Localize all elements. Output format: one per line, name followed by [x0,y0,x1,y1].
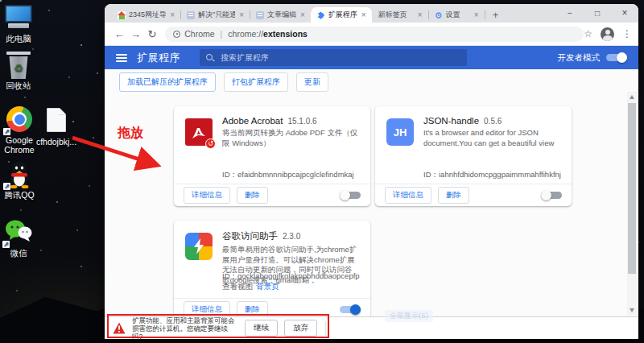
tab-close-icon[interactable]: × [238,11,245,19]
developer-mode-control: 开发者模式 [558,52,628,64]
tab-extensions[interactable]: 扩展程序 × [311,7,372,23]
load-unpacked-button[interactable]: 加载已解压的扩展程序 [119,72,216,92]
extension-name: JSON-handle [423,116,479,126]
tab-close-icon[interactable]: × [299,11,306,19]
qq-icon: ↗ [5,161,34,188]
window-controls: − □ × [556,4,638,23]
url-scheme: chrome://extensions [228,29,308,39]
extension-card-json-handle: JH JSON-handle 0.5.6 It's a browser and … [375,106,572,206]
tab-close-icon[interactable]: × [417,11,423,19]
this-pc-icon [4,5,33,32]
extension-name: 谷歌访问助手 [222,230,278,242]
minimize-button[interactable]: − [556,4,584,23]
chrome-window: 2345网址导 × 解决"只能通 × 文章编辑 × 扩展程序 × 新标签页 × … [105,4,638,339]
tab-settings[interactable]: ⚙ 设置 × [428,7,485,23]
shortcut-arrow-icon: ↗ [3,128,10,135]
profile-avatar-icon[interactable] [601,27,614,41]
extension-views-row: 查看视图背景页 [222,282,279,292]
shortcut-arrow-icon: ↗ [2,241,10,248]
url-host: extensions [263,29,308,39]
puzzle-favicon [317,11,325,19]
page-scrollbar[interactable] [627,92,637,316]
maximize-button[interactable]: □ [584,4,611,23]
tab-2345[interactable]: 2345网址导 × [111,7,180,23]
tab-close-icon[interactable]: × [361,11,367,19]
chrome-icon: ↗ [5,106,34,134]
doc-favicon [256,11,264,19]
tab-close-icon[interactable]: × [473,11,480,19]
bookmark-star-icon[interactable]: ☆ [584,28,592,39]
annotation-drag-label: 拖放 [118,125,143,142]
background-page-link[interactable]: 背景页 [256,282,279,291]
tab-strip: 2345网址导 × 解决"只能通 × 文章编辑 × 扩展程序 × 新标签页 × … [105,4,638,23]
address-bar[interactable]: Chrome | chrome://extensions [165,27,584,42]
extension-version: 0.5.6 [484,117,502,126]
card-footer: 详细信息 删除 [174,184,370,206]
scroll-up-icon[interactable] [630,95,634,99]
developer-buttons-row: 加载已解压的扩展程序 打包扩展程序 更新 [119,72,328,92]
stars-decoration [0,0,2,2]
tab-jiejue[interactable]: 解决"只能通 × [180,7,250,23]
search-icon [206,54,213,61]
remove-button[interactable]: 删除 [438,187,469,204]
details-button[interactable]: 详细信息 [385,187,431,204]
remove-button[interactable]: 删除 [237,187,268,204]
reload-icon[interactable]: ↻ [144,28,160,40]
desktop-icon-label: cfhdojbkj... [33,137,80,147]
desktop-icon-recycle-bin[interactable]: ♻ 回收站 [0,52,42,92]
forward-icon[interactable]: → [127,28,143,40]
tab-editor[interactable]: 文章编辑 × [250,7,311,23]
enable-toggle[interactable] [340,190,361,200]
adobe-acrobat-icon: ↺ [185,118,213,146]
desktop-icon-tencent-qq[interactable]: ↗ 腾讯QQ [0,161,43,201]
annotation-red-rectangle [107,314,329,338]
extensions-content: 加载已解压的扩展程序 打包扩展程序 更新 ↺ Adobe Acrobat 15.… [105,69,638,316]
pack-extension-button[interactable]: 打包扩展程序 [224,72,288,92]
desktop-icon-label: 微信 [0,248,42,259]
developer-mode-toggle[interactable] [606,52,627,63]
wechat-icon: ↗ [4,219,33,246]
extension-description: 将当前网页转换为 Adobe PDF 文件（仅限 Windows） [222,128,359,148]
url-separator: | [219,29,225,39]
page-info-icon[interactable] [173,31,180,38]
2345-favicon [118,11,126,19]
scroll-down-icon[interactable] [630,308,634,312]
show-all-downloads-button[interactable]: 全部显示(S) [385,310,433,322]
url-chip: Chrome [184,29,214,39]
desktop-icon-wechat[interactable]: ↗ 微信 [0,219,42,259]
tab-close-icon[interactable]: × [169,11,175,19]
extension-id: ID：iahnhfdhidomcpggpaimmmahffihkfnj [423,170,564,180]
extensions-search-box[interactable] [200,49,467,66]
file-icon [42,108,71,135]
enable-toggle[interactable] [541,190,562,200]
hamburger-menu-icon[interactable] [116,54,127,62]
enable-toggle[interactable] [340,304,361,315]
extensions-page-header: 扩展程序 开发者模式 [105,46,638,69]
update-button[interactable]: 更新 [296,72,328,92]
extension-id: ID：efaidnbmnnnibpcajpcglclefindmkaj [222,170,362,180]
details-button[interactable]: 详细信息 [184,187,230,204]
menu-dots-icon[interactable]: ⋮ [622,28,632,39]
extension-version: 2.3.0 [283,232,300,241]
browser-toolbar: ← → ↻ Chrome | chrome://extensions ☆ ⋮ [105,23,638,46]
desktop-icon-this-pc[interactable]: 此电脑 [0,5,42,45]
json-handle-icon: JH [386,118,414,146]
gear-favicon: ⚙ [435,11,443,19]
extension-version: 15.1.0.6 [287,117,316,126]
new-tab-button[interactable]: + [489,10,502,20]
desktop-icon-label: 腾讯QQ [0,190,43,201]
desktop-icon-crx-file[interactable]: cfhdojbkj... [33,108,80,147]
search-input[interactable] [219,52,460,63]
card-footer: 详细信息 删除 [375,184,572,206]
toolbar-right-icons: ☆ ⋮ [584,27,632,41]
extension-description: It's a browser and editor for JSON docum… [423,128,560,148]
tab-new-tab[interactable]: 新标签页 × [372,7,428,23]
shortcut-arrow-icon: ↗ [3,183,10,190]
desktop-icon-label: 此电脑 [0,34,42,45]
back-icon[interactable]: ← [111,28,127,40]
scrollbar-thumb[interactable] [628,103,636,274]
google-access-helper-icon [185,233,213,260]
close-window-button[interactable]: × [611,4,638,23]
developer-mode-label: 开发者模式 [558,52,601,64]
extension-name: Adobe Acrobat [222,116,283,126]
